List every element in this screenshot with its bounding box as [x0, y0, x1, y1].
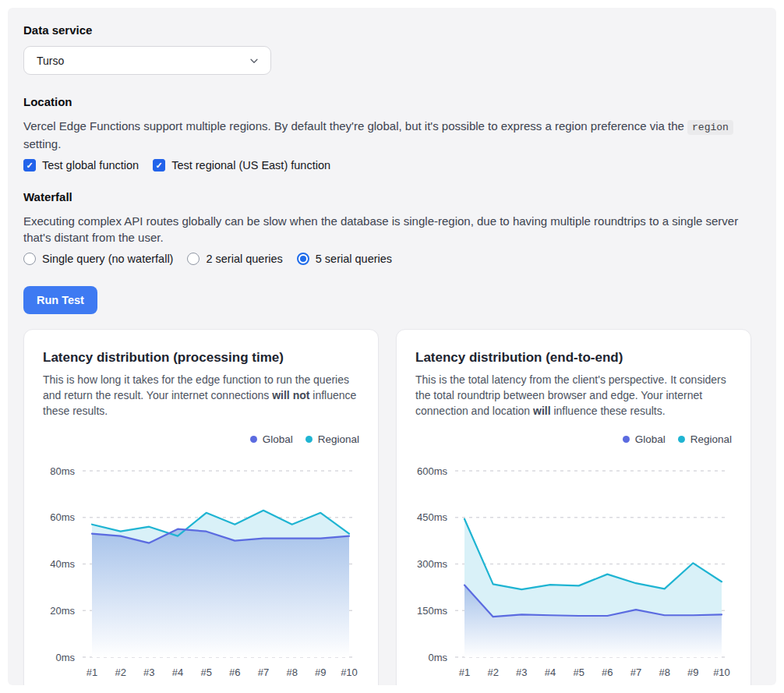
location-checkbox-row: ✓ Test global function ✓ Test regional (…: [23, 159, 761, 171]
svg-text:0ms: 0ms: [428, 652, 447, 663]
checkbox-label: Test regional (US East) function: [171, 159, 330, 171]
regional-dot-icon: [678, 436, 685, 443]
svg-text:80ms: 80ms: [50, 465, 75, 477]
chart-legend: Global Regional: [43, 432, 359, 446]
chevron-down-icon: [249, 55, 260, 66]
svg-text:60ms: 60ms: [50, 511, 75, 523]
svg-text:450ms: 450ms: [417, 511, 448, 523]
chart-legend: Global Regional: [415, 432, 732, 446]
svg-text:#2: #2: [115, 666, 125, 678]
svg-text:#3: #3: [143, 666, 154, 678]
waterfall-description: Executing complex API routes globally ca…: [23, 213, 761, 246]
processing-time-chart: 0ms20ms40ms60ms80ms#1#2#3#4#5#6#7#8#9#10: [24, 449, 380, 683]
checkbox-icon[interactable]: ✓: [23, 159, 36, 171]
checkbox-test-regional-function[interactable]: ✓ Test regional (US East) function: [153, 159, 330, 171]
region-code-chip: region: [687, 120, 733, 135]
svg-text:600ms: 600ms: [417, 465, 448, 477]
svg-text:#8: #8: [659, 666, 669, 678]
radio-5-serial-queries[interactable]: 5 serial queries: [297, 253, 392, 265]
svg-text:#7: #7: [630, 666, 641, 678]
svg-text:#1: #1: [459, 666, 470, 678]
radio-label: 2 serial queries: [206, 253, 282, 265]
radio-label: 5 serial queries: [316, 253, 392, 265]
charts-row: Latency distribution (processing time) T…: [23, 329, 761, 685]
svg-text:#1: #1: [87, 666, 97, 678]
location-heading: Location: [23, 95, 761, 108]
radio-single-query[interactable]: Single query (no waterfall): [23, 253, 173, 265]
waterfall-radio-row: Single query (no waterfall) 2 serial que…: [23, 253, 761, 265]
radio-2-serial-queries[interactable]: 2 serial queries: [187, 253, 282, 265]
run-test-button[interactable]: Run Test: [23, 286, 97, 314]
svg-text:#4: #4: [172, 666, 183, 678]
radio-label: Single query (no waterfall): [42, 253, 173, 265]
svg-text:#6: #6: [602, 666, 613, 678]
legend-item-regional: Regional: [305, 433, 359, 445]
card-description: This is how long it takes for the edge f…: [43, 372, 359, 419]
regional-dot-icon: [305, 436, 313, 443]
svg-text:20ms: 20ms: [50, 605, 75, 617]
card-title: Latency distribution (end-to-end): [415, 350, 732, 366]
legend-item-global: Global: [250, 433, 293, 445]
waterfall-heading: Waterfall: [23, 190, 761, 203]
card-title: Latency distribution (processing time): [43, 350, 359, 366]
radio-icon[interactable]: [23, 253, 36, 265]
data-service-select[interactable]: Turso: [23, 46, 271, 75]
processing-time-card: Latency distribution (processing time) T…: [23, 329, 379, 685]
svg-text:#3: #3: [516, 666, 527, 678]
checkbox-label: Test global function: [42, 159, 139, 171]
svg-text:#5: #5: [200, 666, 211, 678]
location-description: Vercel Edge Functions support multiple r…: [23, 118, 761, 152]
svg-text:#8: #8: [286, 666, 297, 678]
legend-item-global: Global: [623, 433, 666, 445]
svg-text:#7: #7: [258, 666, 269, 678]
svg-text:#5: #5: [573, 666, 584, 678]
end-to-end-card: Latency distribution (end-to-end) This i…: [396, 329, 751, 685]
end-to-end-chart: 0ms150ms300ms450ms600ms#1#2#3#4#5#6#7#8#…: [397, 449, 752, 683]
svg-text:40ms: 40ms: [50, 558, 75, 570]
data-service-heading: Data service: [23, 23, 761, 37]
legend-item-regional: Regional: [678, 433, 732, 445]
global-dot-icon: [623, 436, 630, 443]
svg-text:#9: #9: [687, 666, 698, 678]
svg-text:#9: #9: [315, 666, 326, 678]
settings-panel: Data service Turso Location Vercel Edge …: [8, 8, 776, 685]
svg-text:#10: #10: [713, 666, 730, 678]
svg-text:150ms: 150ms: [417, 605, 448, 617]
svg-text:#6: #6: [229, 666, 240, 678]
global-dot-icon: [250, 436, 257, 443]
checkbox-test-global-function[interactable]: ✓ Test global function: [23, 159, 139, 171]
svg-text:#10: #10: [341, 666, 358, 678]
svg-text:300ms: 300ms: [417, 558, 448, 570]
radio-icon[interactable]: [187, 253, 200, 265]
svg-text:0ms: 0ms: [55, 652, 75, 663]
svg-text:#4: #4: [545, 666, 556, 678]
data-service-selected-value: Turso: [37, 55, 64, 67]
radio-icon[interactable]: [297, 253, 309, 265]
svg-text:#2: #2: [487, 666, 498, 678]
card-description: This is the total latency from the clien…: [415, 372, 732, 419]
checkbox-icon[interactable]: ✓: [153, 159, 165, 171]
